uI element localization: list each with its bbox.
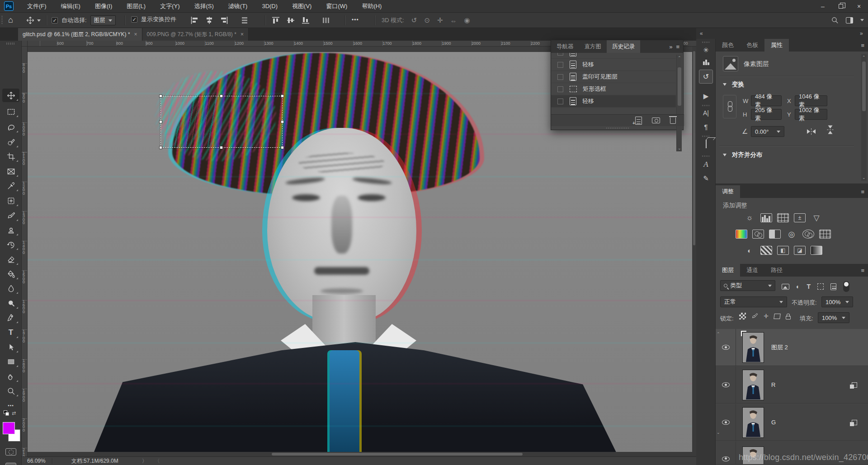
quick-select-tool[interactable]	[2, 135, 19, 149]
more-options-button[interactable]: •••	[352, 17, 359, 23]
link-dimensions-button[interactable]	[723, 95, 736, 118]
align-bottom-icon[interactable]	[301, 16, 310, 25]
menu-help[interactable]: 帮助(H)	[354, 0, 389, 13]
handle-bottom-left[interactable]	[159, 146, 162, 149]
3d-orbit-icon[interactable]: ↺	[411, 16, 417, 24]
menu-3d[interactable]: 3D(D)	[255, 0, 285, 13]
doc-tab-glitch[interactable]: glitch.psd @ 66.1% (图层 2, RGB/8/CMYK) * …	[18, 28, 142, 41]
tool-preset[interactable]	[26, 16, 41, 24]
adj-vibrance-icon[interactable]: ▽	[811, 213, 822, 222]
shape-tool[interactable]	[2, 355, 19, 368]
doc-tab-009png[interactable]: 009.PNG @ 72.7% (矩形 1, RGB/8) * ×	[142, 28, 249, 41]
visibility-eye-icon[interactable]	[722, 345, 730, 350]
filter-toggle-icon[interactable]	[843, 281, 849, 292]
menu-layer[interactable]: 图层(L)	[119, 0, 153, 13]
3d-camera-icon[interactable]: ◉	[464, 16, 470, 24]
pen-tool[interactable]	[2, 311, 19, 324]
panel-menu-icon[interactable]: ≡	[861, 42, 864, 49]
tab-layers[interactable]: 图层	[716, 264, 740, 277]
lock-position-icon[interactable]: ✛	[764, 313, 769, 319]
handle-mid-left[interactable]	[159, 120, 162, 123]
scroll-up-icon[interactable]: ⌃	[862, 55, 866, 60]
lasso-tool[interactable]	[2, 120, 19, 134]
dodge-tool[interactable]	[2, 296, 19, 310]
layer-thumbnail[interactable]	[742, 370, 764, 400]
adj-gradient-map-icon[interactable]: ◪	[794, 246, 806, 255]
auto-select-dropdown[interactable]: 图层	[90, 15, 116, 25]
close-tab-icon[interactable]: ×	[241, 31, 244, 38]
collapse-dock-icon[interactable]: «	[700, 30, 703, 37]
height-field[interactable]: 205 像素	[751, 109, 782, 120]
panel-menu-icon[interactable]: ≡	[676, 43, 679, 50]
panel-resize-grip[interactable]	[606, 127, 629, 129]
layer-filter-dropdown[interactable]: 类型	[720, 280, 775, 291]
properties-scroll-thumb[interactable]	[862, 61, 866, 111]
type-tool[interactable]: T	[2, 326, 19, 339]
handle-bottom-right[interactable]	[281, 146, 284, 149]
filter-smart-objects-icon[interactable]	[830, 283, 836, 290]
adj-curves-icon[interactable]	[777, 213, 789, 222]
move-tool[interactable]	[2, 89, 19, 102]
handle-top-left[interactable]	[159, 94, 162, 98]
filter-adjustment-layers-icon[interactable]: ◐	[796, 283, 800, 290]
brush-settings-panel-icon[interactable]: ✎	[696, 174, 716, 183]
adj-hue-saturation-icon[interactable]	[736, 230, 747, 239]
handle-top-center[interactable]	[220, 94, 223, 98]
fill-field[interactable]: 100%	[818, 312, 849, 323]
adj-color-balance-icon[interactable]	[752, 230, 764, 239]
distribute-v-icon[interactable]	[321, 16, 330, 25]
panel-menu-icon[interactable]: ≡	[861, 188, 864, 195]
section-collapse-icon[interactable]	[723, 154, 726, 156]
quick-mask-icon[interactable]	[5, 448, 16, 456]
menu-file[interactable]: 文件(F)	[20, 0, 54, 13]
filter-type-layers-icon[interactable]: T	[807, 283, 811, 290]
adj-levels-icon[interactable]	[760, 213, 772, 222]
marquee-tool[interactable]	[2, 105, 19, 118]
actions-panel-icon[interactable]: ▶	[696, 92, 716, 100]
toolbar-grip[interactable]	[6, 42, 15, 45]
opacity-field[interactable]: 100%	[821, 296, 853, 307]
adj-black-white-icon[interactable]	[769, 230, 781, 239]
history-source-checkbox[interactable]	[557, 62, 563, 68]
history-source-checkbox[interactable]	[557, 99, 563, 104]
history-brush-tool[interactable]	[2, 238, 19, 251]
adj-channel-mixer-icon[interactable]	[802, 230, 814, 239]
3d-pan-icon[interactable]: ✛	[437, 16, 443, 24]
scroll-down-icon[interactable]: ⌄	[678, 146, 681, 150]
options-grip[interactable]	[1, 16, 3, 25]
tab-adjustments[interactable]: 调整	[716, 185, 740, 198]
path-select-tool[interactable]	[2, 340, 19, 354]
filter-pixel-layers-icon[interactable]	[782, 284, 789, 290]
filter-shape-layers-icon[interactable]	[817, 283, 824, 290]
default-colors-control[interactable]: ⇄	[4, 410, 17, 418]
align-top-icon[interactable]	[271, 16, 280, 25]
align-left-icon[interactable]	[190, 16, 199, 25]
handle-mid-right[interactable]	[281, 120, 284, 123]
adj-color-lookup-icon[interactable]	[819, 230, 831, 239]
history-item[interactable]: 盖印可见图层	[551, 71, 676, 83]
layer-thumbnail[interactable]	[742, 332, 764, 363]
clone-stamp-tool[interactable]	[2, 223, 19, 237]
scroll-down-icon[interactable]: ⌄	[862, 175, 866, 180]
adj-threshold-icon[interactable]: ◧	[777, 246, 789, 255]
v-scroll-thumb[interactable]	[693, 51, 695, 245]
scroll-down-icon[interactable]: ⌄	[717, 430, 866, 435]
vertical-scrollbar[interactable]	[692, 47, 696, 452]
flip-horizontal-icon[interactable]	[807, 128, 816, 135]
hand-tool[interactable]	[2, 370, 19, 383]
tab-swatches[interactable]: 色板	[740, 39, 764, 52]
x-field[interactable]: 1046 像素	[795, 95, 827, 106]
blend-mode-dropdown[interactable]: 正常	[720, 296, 787, 307]
tab-color[interactable]: 颜色	[716, 39, 740, 52]
zoom-level[interactable]: 66.09%	[27, 458, 46, 464]
paragraph-panel-icon[interactable]: ¶	[696, 123, 716, 131]
h-scroll-thumb[interactable]	[272, 453, 523, 456]
adj-exposure-icon[interactable]: ±	[794, 213, 806, 222]
show-transform-checkbox[interactable]: ✓	[131, 16, 137, 23]
history-panel-icon[interactable]: ↺	[699, 70, 713, 84]
navigator-panel-icon[interactable]: ✳	[696, 46, 716, 54]
brush-tool[interactable]	[2, 209, 19, 222]
healing-tool[interactable]	[2, 194, 19, 207]
adj-posterize-icon[interactable]	[760, 246, 772, 255]
character-panel-icon[interactable]: A|	[696, 109, 716, 117]
